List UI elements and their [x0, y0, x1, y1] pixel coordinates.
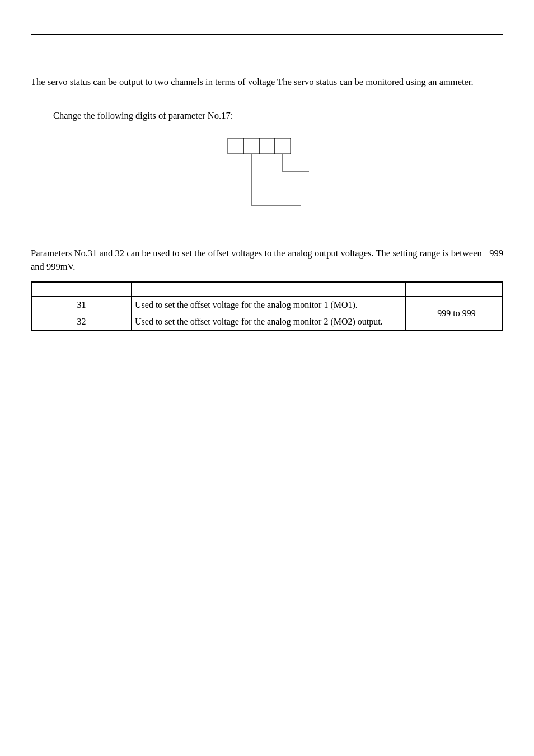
table-header-name — [132, 282, 406, 297]
table-row: 31 Used to set the offset voltage for th… — [31, 296, 503, 313]
svg-rect-0 — [228, 138, 243, 154]
parameter-table: 31 Used to set the offset voltage for th… — [31, 281, 503, 331]
cell-paramno: 32 — [31, 313, 132, 331]
cell-range: −999 to 999 — [406, 296, 503, 331]
svg-rect-1 — [243, 138, 259, 154]
paragraph-offset: Parameters No.31 and 32 can be used to s… — [31, 247, 503, 274]
paragraph-setting: Change the following digits of parameter… — [31, 109, 503, 123]
cell-desc: Used to set the offset voltage for the a… — [132, 313, 406, 331]
table-header-range — [406, 282, 503, 297]
svg-rect-2 — [259, 138, 275, 154]
svg-rect-3 — [275, 138, 291, 154]
cell-paramno: 31 — [31, 296, 132, 313]
cell-desc: Used to set the offset voltage for the a… — [132, 296, 406, 313]
horizontal-rule — [31, 34, 503, 35]
table-header-paramno — [31, 282, 132, 297]
digit-diagram — [183, 133, 351, 217]
paragraph-intro: The servo status can be output to two ch… — [31, 76, 503, 89]
